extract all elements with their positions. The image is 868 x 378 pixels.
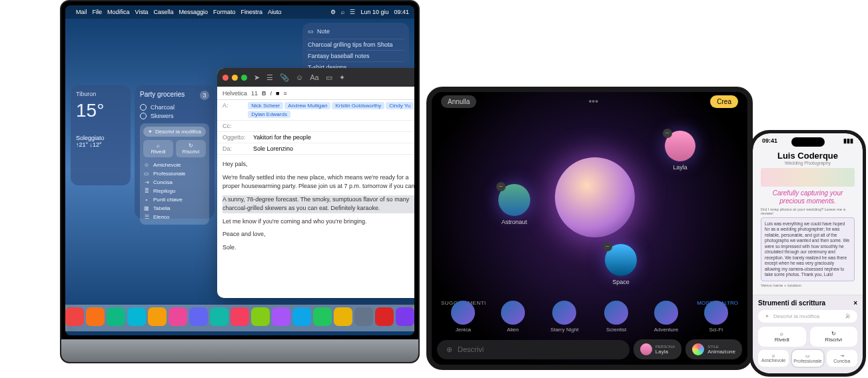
dock-app-icon[interactable] bbox=[375, 307, 394, 326]
main-avatar[interactable] bbox=[555, 157, 635, 237]
dock-app-icon[interactable] bbox=[354, 307, 373, 326]
dock-app-icon[interactable] bbox=[396, 307, 414, 326]
menu-file[interactable]: File bbox=[93, 9, 103, 15]
style-professional[interactable]: ▭Professionale bbox=[143, 169, 206, 178]
recipient-chip[interactable]: Cindy Yu bbox=[386, 102, 414, 109]
recipient-chip[interactable]: Nick Scheer bbox=[248, 102, 283, 109]
format-icon[interactable]: Aa bbox=[310, 73, 318, 81]
style-picker[interactable]: STILEAnimazione bbox=[685, 339, 742, 359]
orb-astronaut[interactable]: −Astronaut bbox=[498, 184, 530, 216]
plus-icon[interactable]: ⊕ bbox=[446, 345, 452, 354]
recipient-chip[interactable]: Andrew Mulligan bbox=[284, 102, 330, 109]
more-icon[interactable]: ••• bbox=[588, 96, 598, 107]
action-keypoints[interactable]: •Punti chiave bbox=[143, 195, 206, 204]
menu-message[interactable]: Messaggio bbox=[179, 9, 208, 15]
menu-edit[interactable]: Modifica bbox=[107, 9, 130, 15]
app-name[interactable]: Mail bbox=[76, 9, 87, 15]
search-icon[interactable]: ⌕ bbox=[341, 9, 344, 15]
subject-field[interactable]: Oggetto:Yakitori for the people bbox=[217, 132, 414, 143]
remove-icon[interactable]: − bbox=[496, 182, 506, 191]
mic-icon[interactable]: 🎤︎ bbox=[845, 313, 851, 319]
send-icon[interactable]: ➤ bbox=[254, 73, 260, 82]
bold-icon[interactable]: B bbox=[262, 90, 266, 97]
describe-edit-input[interactable]: ✦Descrivi la modifica🎤︎ bbox=[758, 310, 857, 323]
menu-mailbox[interactable]: Casella bbox=[153, 9, 173, 15]
dock-app-icon[interactable] bbox=[169, 307, 187, 326]
note-item[interactable]: Charcoal grilling tips from Shota bbox=[308, 39, 404, 50]
format-bar[interactable]: Helvetica 11 B I ■ ≡ bbox=[217, 87, 414, 100]
to-field[interactable]: A:Nick ScheerAndrew MulliganKristin Gold… bbox=[217, 100, 414, 121]
suggestion-item[interactable]: Scientist bbox=[604, 301, 628, 333]
suggestion-item[interactable]: Adventure bbox=[654, 301, 678, 333]
reminder-item[interactable]: Charcoal bbox=[140, 104, 209, 111]
control-center-icon[interactable]: ☰ bbox=[350, 9, 355, 15]
dock-app-icon[interactable] bbox=[107, 307, 125, 326]
remove-icon[interactable]: − bbox=[663, 129, 672, 138]
suggestion-item[interactable]: Sci-Fi bbox=[704, 301, 728, 333]
orb-space[interactable]: −Space bbox=[605, 244, 637, 276]
menu-view[interactable]: Vista bbox=[135, 9, 149, 15]
describe-edit-input[interactable]: ✦Descrivi la modifica bbox=[143, 127, 206, 137]
style-friendly[interactable]: ☺Amichevole bbox=[143, 161, 206, 169]
dock-app-icon[interactable] bbox=[148, 307, 167, 326]
dock-app-icon[interactable] bbox=[210, 307, 228, 326]
orb-layla[interactable]: −Layla bbox=[665, 131, 695, 161]
cancel-button[interactable]: Annulla bbox=[441, 95, 476, 108]
style-concise[interactable]: ⇥Concisa bbox=[143, 178, 206, 187]
minimize-icon[interactable] bbox=[232, 75, 238, 81]
dock[interactable] bbox=[65, 305, 414, 331]
dock-app-icon[interactable] bbox=[313, 307, 332, 326]
dock-app-icon[interactable] bbox=[189, 307, 208, 326]
action-table[interactable]: ▦Tabella bbox=[143, 204, 206, 213]
action-list[interactable]: ☰Elenco bbox=[143, 213, 206, 221]
menubar-date[interactable]: Lun 10 giu bbox=[360, 9, 388, 15]
proofread-button[interactable]: ⌕Rivedi bbox=[143, 140, 173, 157]
cc-field[interactable]: Cc: bbox=[217, 121, 414, 132]
dock-app-icon[interactable] bbox=[86, 307, 105, 326]
style-professional[interactable]: ▭Professionale bbox=[792, 350, 823, 367]
italic-icon[interactable]: I bbox=[270, 90, 272, 97]
menubar[interactable]: Mail File Modifica Vista Casella Messagg… bbox=[65, 5, 414, 19]
dock-app-icon[interactable] bbox=[230, 307, 249, 326]
dock-app-icon[interactable] bbox=[65, 307, 84, 326]
reminder-item[interactable]: Skewers bbox=[140, 113, 209, 119]
menu-window[interactable]: Finestra bbox=[240, 9, 262, 15]
menubar-time[interactable]: 09:41 bbox=[394, 9, 409, 15]
suggestion-item[interactable]: Jenica bbox=[451, 301, 475, 333]
emoji-icon[interactable]: ☺ bbox=[296, 73, 303, 81]
weather-widget[interactable]: Tiburon 15° Soleggiato ↑21° ↓12° bbox=[71, 85, 131, 185]
zoom-icon[interactable] bbox=[241, 75, 247, 81]
checkbox-icon[interactable] bbox=[140, 113, 147, 119]
proofread-button[interactable]: ⌕Rivedi bbox=[758, 327, 806, 347]
persona-picker[interactable]: PERSONALayla bbox=[634, 339, 681, 359]
dock-app-icon[interactable] bbox=[334, 307, 352, 326]
compose-body[interactable]: Hey pals, We're finally settled into the… bbox=[217, 155, 414, 261]
recipient-chip[interactable]: Dylan Edwards bbox=[248, 111, 290, 118]
remove-icon[interactable]: − bbox=[603, 242, 612, 251]
style-concise[interactable]: ⇥Concisa bbox=[827, 350, 857, 367]
recipient-chip[interactable]: Kristin Goldsworthy bbox=[332, 102, 384, 109]
dock-app-icon[interactable] bbox=[292, 307, 311, 326]
menu-format[interactable]: Formato bbox=[213, 9, 236, 15]
rewrite-button[interactable]: ↻Riscrivi bbox=[810, 327, 858, 347]
attach-icon[interactable]: 📎 bbox=[280, 73, 289, 82]
font-select[interactable]: Helvetica bbox=[222, 90, 247, 97]
suggestion-item[interactable]: Starry Night bbox=[550, 301, 578, 333]
rewrite-button[interactable]: ↻Riscrivi bbox=[176, 140, 206, 157]
close-icon[interactable] bbox=[222, 75, 228, 81]
photo-icon[interactable]: ▭ bbox=[326, 73, 332, 82]
from-field[interactable]: Da:Sole Lorenzino bbox=[217, 143, 414, 155]
header-icon[interactable]: ☰ bbox=[266, 73, 273, 82]
dock-app-icon[interactable] bbox=[272, 307, 290, 326]
reminders-widget[interactable]: Party groceries 3 Charcoal Skewers ✦Desc… bbox=[135, 85, 215, 219]
size-select[interactable]: 11 bbox=[251, 90, 258, 97]
suggestion-item[interactable]: Alien bbox=[501, 301, 525, 333]
menu-help[interactable]: Aiuto bbox=[268, 9, 282, 15]
writing-tools-icon[interactable]: ✦ bbox=[339, 73, 345, 82]
note-item[interactable]: Fantasy baseball notes bbox=[308, 50, 404, 61]
color-icon[interactable]: ■ bbox=[276, 90, 279, 97]
checkbox-icon[interactable] bbox=[140, 104, 147, 111]
dock-app-icon[interactable] bbox=[127, 307, 146, 326]
wifi-icon[interactable]: ⚙︎ bbox=[330, 9, 336, 15]
align-icon[interactable]: ≡ bbox=[283, 90, 286, 97]
